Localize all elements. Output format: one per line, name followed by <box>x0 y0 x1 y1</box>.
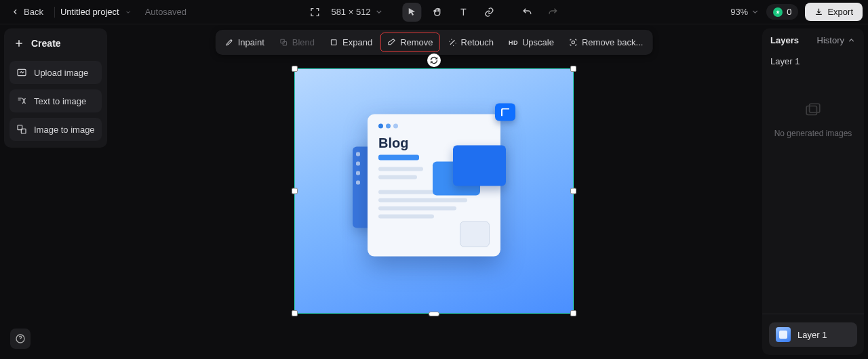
dimensions-text: 581 × 512 <box>331 7 370 17</box>
right-panel: Layers History Layer 1 No generated imag… <box>762 28 864 355</box>
eraser-icon <box>387 38 396 47</box>
window-dots-icon <box>378 124 490 129</box>
resize-handle-bc[interactable] <box>429 312 439 316</box>
zoom-control[interactable]: 93% <box>730 7 760 17</box>
divider <box>54 7 55 18</box>
inpaint-tool[interactable]: Inpaint <box>218 33 271 52</box>
fit-view-button[interactable] <box>305 3 324 22</box>
canvas-selection[interactable]: Blog <box>294 68 574 314</box>
pointer-tool-button[interactable] <box>403 3 422 22</box>
credit-dot-icon <box>773 7 783 17</box>
zoom-value: 93% <box>730 7 748 17</box>
expand-tool[interactable]: Expand <box>323 33 379 52</box>
cursor-chip-icon <box>495 104 515 121</box>
canvas-area[interactable]: Inpaint Blend Expand Remove Retouch HD U… <box>0 24 868 359</box>
retouch-tool[interactable]: Retouch <box>441 33 500 52</box>
mini-box <box>460 221 490 247</box>
export-label: Export <box>827 7 853 17</box>
project-name[interactable]: Untitled project <box>60 7 119 17</box>
retouch-icon <box>448 38 457 47</box>
resize-handle-bl[interactable] <box>292 310 298 316</box>
blend-icon <box>279 38 288 47</box>
redo-icon <box>548 7 559 18</box>
layer-item[interactable]: Layer 1 <box>769 322 857 347</box>
expand-icon <box>330 38 338 47</box>
svg-rect-7 <box>806 106 816 115</box>
resize-handle-tl[interactable] <box>292 66 298 72</box>
empty-message: No generated images <box>774 129 852 138</box>
hand-tool-button[interactable] <box>429 3 448 22</box>
right-panel-header: Layers History <box>762 28 864 52</box>
back-label: Back <box>24 7 43 17</box>
help-icon <box>15 333 26 344</box>
remove-label: Remove <box>400 37 433 47</box>
expand-label: Expand <box>342 37 372 47</box>
export-button[interactable]: Export <box>805 3 863 21</box>
project-menu-chevron-icon[interactable] <box>125 9 132 16</box>
undo-icon <box>522 7 533 18</box>
chevron-down-icon <box>751 7 760 16</box>
credits-badge[interactable]: 0 <box>766 4 798 20</box>
link-icon <box>484 7 495 18</box>
back-button[interactable]: Back <box>5 4 49 20</box>
remove-background-tool[interactable]: Remove back... <box>562 33 650 52</box>
retouch-label: Retouch <box>461 37 494 47</box>
resize-handle-tr[interactable] <box>570 66 576 72</box>
topbar-center-controls: 581 × 512 <box>305 3 562 22</box>
autosaved-label: Autosaved <box>145 7 186 17</box>
layer-item-label: Layer 1 <box>797 330 827 340</box>
chevron-up-icon <box>847 36 856 45</box>
blend-tool[interactable]: Blend <box>273 33 321 52</box>
remove-tool[interactable]: Remove <box>380 33 439 52</box>
blend-label: Blend <box>292 37 315 47</box>
layer-thumbnail <box>776 327 791 342</box>
fit-icon <box>309 7 320 18</box>
image-block-front <box>453 146 506 186</box>
download-icon <box>814 7 823 16</box>
upscale-tool[interactable]: HD Upscale <box>502 33 561 52</box>
resize-handle-ml[interactable] <box>292 188 298 194</box>
canvas-dimensions[interactable]: 581 × 512 <box>331 7 383 17</box>
link-tool-button[interactable] <box>480 3 499 22</box>
remove-bg-icon <box>569 38 578 47</box>
regenerate-button[interactable] <box>427 54 441 67</box>
hand-icon <box>433 7 443 18</box>
chevron-down-icon <box>375 7 384 16</box>
undo-button[interactable] <box>518 3 537 22</box>
tool-strip: Inpaint Blend Expand Remove Retouch HD U… <box>216 30 653 55</box>
svg-rect-8 <box>810 104 820 112</box>
layers-title: Layers <box>770 35 799 45</box>
pointer-icon <box>407 7 418 18</box>
workspace: Create Upload image Text to image Image … <box>0 24 868 359</box>
hd-icon: HD <box>509 39 518 46</box>
top-bar: Back Untitled project Autosaved 581 × 51… <box>0 0 868 24</box>
active-layer-name[interactable]: Layer 1 <box>762 52 864 75</box>
canvas-image-content: Blog <box>368 114 500 257</box>
svg-rect-5 <box>332 40 337 45</box>
resize-handle-br[interactable] <box>570 310 576 316</box>
credits-value: 0 <box>787 7 791 17</box>
refresh-icon <box>430 56 438 64</box>
text-tool-button[interactable] <box>454 3 473 22</box>
history-toggle[interactable]: History <box>817 35 856 45</box>
help-button[interactable] <box>10 329 31 349</box>
history-empty-state: No generated images <box>762 75 864 314</box>
remove-bg-label: Remove back... <box>582 37 643 47</box>
resize-handle-mr[interactable] <box>570 188 576 194</box>
inpaint-icon <box>225 38 234 47</box>
chevron-left-icon <box>11 7 20 16</box>
svg-point-6 <box>572 41 574 43</box>
inpaint-label: Inpaint <box>238 37 264 47</box>
topbar-right: 93% 0 Export <box>730 3 863 21</box>
history-label: History <box>817 35 844 45</box>
upscale-label: Upscale <box>522 37 554 47</box>
text-icon <box>458 7 469 18</box>
redo-button[interactable] <box>544 3 563 22</box>
empty-images-icon <box>802 102 825 119</box>
card-main: Blog <box>368 114 500 257</box>
